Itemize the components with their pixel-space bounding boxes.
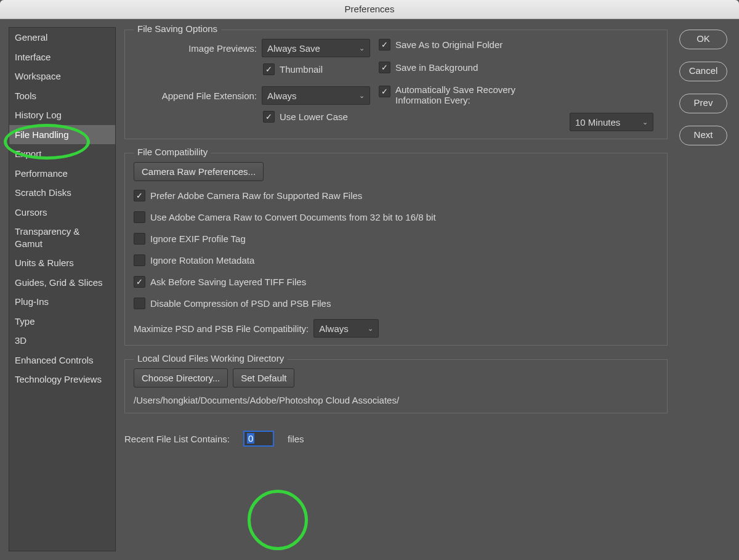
sidebar-item-general[interactable]: General	[9, 28, 115, 47]
sidebar-item-technology-previews[interactable]: Technology Previews	[9, 370, 115, 389]
check-ignore-rotation[interactable]	[134, 254, 145, 266]
check-ask-tiff[interactable]	[134, 276, 145, 288]
label-save-background: Save in Background	[395, 62, 478, 73]
window-title: Preferences	[345, 4, 395, 14]
chevron-down-icon: ⌄	[642, 118, 648, 126]
check-lower-case[interactable]	[263, 111, 275, 123]
label-save-as-original: Save As to Original Folder	[395, 39, 503, 50]
preferences-sidebar: General Interface Workspace Tools Histor…	[9, 27, 116, 551]
sidebar-item-tools[interactable]: Tools	[9, 86, 115, 106]
label-ask-tiff: Ask Before Saving Layered TIFF Files	[150, 277, 306, 287]
label-use-acr-convert: Use Adobe Camera Raw to Convert Document…	[150, 212, 436, 222]
group-file-compatibility: File Compatibility Camera Raw Preference…	[124, 153, 668, 346]
input-recent-file-count[interactable]: 0	[243, 431, 274, 447]
preferences-content: File Saving Options Image Previews: Alwa…	[124, 27, 668, 551]
sidebar-item-export[interactable]: Export	[9, 144, 115, 164]
sidebar-item-guides-grid-slices[interactable]: Guides, Grid & Slices	[9, 273, 115, 293]
sidebar-item-type[interactable]: Type	[9, 312, 115, 331]
sidebar-item-scratch-disks[interactable]: Scratch Disks	[9, 183, 115, 203]
check-save-as-original[interactable]	[379, 39, 390, 51]
check-disable-compression[interactable]	[134, 298, 145, 309]
label-prefer-acr: Prefer Adobe Camera Raw for Supported Ra…	[150, 190, 362, 201]
select-append-ext[interactable]: Always ⌄	[262, 86, 370, 105]
sidebar-item-history-log[interactable]: History Log	[9, 105, 115, 125]
legend-file-compat: File Compatibility	[134, 147, 211, 157]
chevron-down-icon: ⌄	[359, 92, 365, 100]
button-prev[interactable]: Prev	[679, 94, 727, 113]
check-thumbnail[interactable]	[263, 63, 275, 75]
sidebar-item-interface[interactable]: Interface	[9, 47, 115, 67]
annotation-ellipse-recent	[248, 490, 308, 550]
label-disable-compression: Disable Compression of PSD and PSB Files	[150, 298, 331, 309]
sidebar-item-workspace[interactable]: Workspace	[9, 67, 115, 86]
sidebar-item-performance[interactable]: Performance	[9, 164, 115, 184]
label-autosave: Automatically Save Recovery Information …	[395, 84, 543, 105]
legend-local-cloud: Local Cloud Files Working Directory	[134, 353, 288, 363]
label-image-previews: Image Previews:	[134, 43, 257, 54]
sidebar-item-file-handling[interactable]: File Handling	[9, 125, 115, 145]
dialog-action-buttons: OK Cancel Prev Next	[676, 27, 730, 551]
sidebar-item-enhanced-controls[interactable]: Enhanced Controls	[9, 351, 115, 370]
button-next[interactable]: Next	[679, 126, 727, 145]
check-prefer-acr[interactable]	[134, 190, 145, 201]
group-file-saving-options: File Saving Options Image Previews: Alwa…	[124, 30, 668, 139]
sidebar-item-transparency-gamut[interactable]: Transparency & Gamut	[9, 222, 115, 253]
select-autosave-interval[interactable]: 10 Minutes ⌄	[570, 113, 653, 131]
button-ok[interactable]: OK	[679, 30, 727, 49]
label-append-ext: Append File Extension:	[134, 91, 257, 101]
chevron-down-icon: ⌄	[368, 325, 373, 333]
sidebar-item-cursors[interactable]: Cursors	[9, 203, 115, 222]
button-camera-raw-prefs[interactable]: Camera Raw Preferences...	[134, 162, 264, 181]
check-save-background[interactable]	[379, 62, 390, 73]
window-titlebar: Preferences	[0, 0, 739, 19]
chevron-down-icon: ⌄	[359, 44, 365, 52]
label-maximize-psd: Maximize PSD and PSB File Compatibility:	[134, 323, 309, 334]
group-local-cloud-dir: Local Cloud Files Working Directory Choo…	[124, 359, 668, 413]
select-image-previews[interactable]: Always Save ⌄	[262, 39, 370, 57]
label-recent-suffix: files	[288, 434, 304, 444]
button-cancel[interactable]: Cancel	[679, 62, 727, 81]
sidebar-item-3d[interactable]: 3D	[9, 331, 115, 351]
check-ignore-exif[interactable]	[134, 233, 145, 245]
label-recent-file-list: Recent File List Contains:	[124, 434, 230, 444]
label-ignore-rotation: Ignore Rotation Metadata	[150, 255, 254, 266]
check-autosave[interactable]	[379, 86, 390, 97]
sidebar-item-plug-ins[interactable]: Plug-Ins	[9, 292, 115, 312]
button-choose-directory[interactable]: Choose Directory...	[134, 368, 228, 388]
button-set-default[interactable]: Set Default	[233, 368, 294, 388]
legend-file-saving: File Saving Options	[134, 23, 221, 34]
text-cloud-path: /Users/hongkiat/Documents/Adobe/Photosho…	[134, 395, 658, 405]
label-lower-case: Use Lower Case	[280, 112, 348, 122]
check-use-acr-convert[interactable]	[134, 211, 145, 223]
label-ignore-exif: Ignore EXIF Profile Tag	[150, 233, 246, 244]
sidebar-item-units-rulers[interactable]: Units & Rulers	[9, 253, 115, 273]
label-thumbnail: Thumbnail	[280, 64, 323, 75]
select-maximize-psd[interactable]: Always ⌄	[313, 319, 379, 338]
